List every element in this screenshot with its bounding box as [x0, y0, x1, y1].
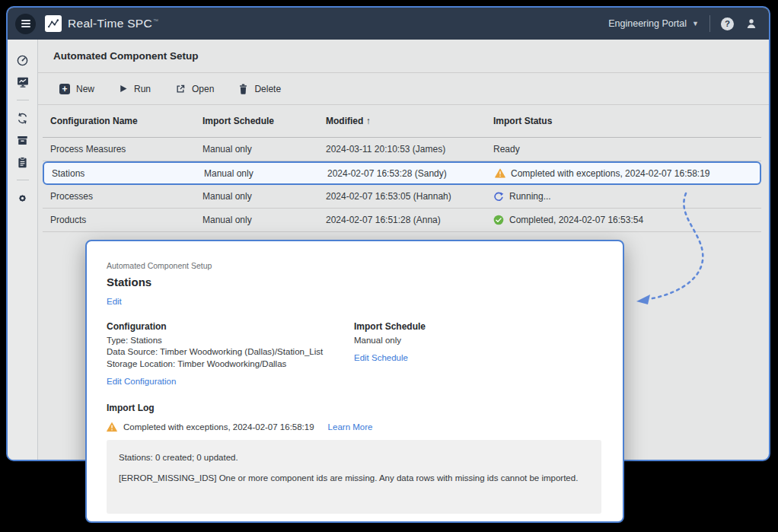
config-name: Process Measures: [50, 144, 126, 155]
configuration-heading: Configuration: [107, 321, 354, 332]
config-name: Stations: [52, 168, 84, 179]
warning-icon: [107, 422, 117, 432]
app-title: Real-Time SPC™: [68, 17, 158, 30]
user-icon[interactable]: [745, 17, 758, 30]
config-name: Processes: [50, 191, 93, 202]
configuration-type: Type: Stations: [107, 335, 354, 346]
modified: 2024-02-07 16:51:28 (Anna): [326, 215, 441, 225]
page-title: Automated Component Setup: [53, 50, 199, 62]
configuration-storage-location: Storage Location: Timber Woodworking/Dal…: [107, 358, 354, 369]
sync-icon[interactable]: [16, 111, 30, 125]
completed-icon: [493, 215, 504, 225]
import-log-status-row: Completed with exceptions, 2024-02-07 16…: [107, 422, 601, 432]
sidebar-divider: [17, 180, 29, 180]
running-icon: [493, 191, 504, 202]
import-schedule: Manual only: [204, 168, 253, 179]
detail-panel: Automated Component Setup Stations Edit …: [85, 240, 624, 523]
column-header-configuration-name[interactable]: Configuration Name: [50, 116, 138, 126]
edit-schedule-link[interactable]: Edit Schedule: [354, 353, 426, 362]
run-button[interactable]: Run: [119, 84, 151, 94]
import-schedule: Manual only: [202, 191, 252, 202]
column-header-modified[interactable]: Modified ↑: [326, 116, 371, 126]
edit-configuration-link[interactable]: Edit Configuration: [107, 377, 354, 386]
log-line: Stations: 0 created; 0 updated.: [119, 453, 589, 462]
hamburger-menu-icon[interactable]: [15, 14, 36, 34]
configurations-table: Configuration Name Import Schedule Modif…: [38, 105, 769, 232]
configuration-data-source: Data Source: Timber Woodworking (Dallas)…: [107, 346, 354, 357]
modified: 2024-02-07 16:53:05 (Hannah): [326, 191, 451, 202]
screenshot-stage: Real-Time SPC™ Engineering Portal ▼ ?: [0, 0, 778, 532]
configuration-section: Configuration Type: Stations Data Source…: [107, 321, 354, 386]
gear-icon[interactable]: [16, 191, 30, 205]
import-log-output: Stations: 0 created; 0 updated. [ERROR_M…: [107, 440, 601, 514]
log-line: [ERROR_MISSING_IDS] One or more componen…: [119, 473, 589, 483]
warning-icon: [495, 168, 505, 179]
clipboard-icon[interactable]: [16, 155, 30, 169]
learn-more-link[interactable]: Learn More: [328, 422, 373, 432]
new-button[interactable]: + New: [59, 84, 94, 94]
import-status: Running...: [493, 191, 551, 202]
column-header-import-schedule[interactable]: Import Schedule: [202, 116, 274, 126]
table-header-row: Configuration Name Import Schedule Modif…: [43, 105, 761, 138]
import-schedule-section: Import Schedule Manual only Edit Schedul…: [354, 321, 426, 386]
import-schedule: Manual only: [202, 215, 252, 225]
open-button[interactable]: Open: [175, 84, 214, 94]
import-schedule-heading: Import Schedule: [354, 321, 426, 332]
spc-chart-logo: [45, 15, 62, 32]
archive-icon[interactable]: [16, 133, 30, 147]
modified: 2024-03-11 20:10:53 (James): [326, 144, 445, 155]
import-status: Ready: [493, 144, 520, 155]
import-schedule-value: Manual only: [354, 335, 426, 346]
left-sidebar: [8, 40, 38, 460]
modified: 2024-02-07 16:53:28 (Sandy): [327, 168, 447, 179]
column-header-import-status[interactable]: Import Status: [493, 116, 552, 126]
monitor-chart-icon[interactable]: [16, 75, 30, 89]
open-external-icon: [175, 84, 186, 94]
import-status: Completed with exceptions, 2024-02-07 16…: [495, 168, 710, 179]
table-row-selected[interactable]: Stations Manual only 2024-02-07 16:53:28…: [43, 161, 761, 185]
panel-breadcrumb: Automated Component Setup: [107, 261, 601, 270]
toolbar: + New Run Open: [38, 73, 769, 105]
import-status: Completed, 2024-02-07 16:53:54: [493, 215, 643, 225]
table-row[interactable]: Processes Manual only 2024-02-07 16:53:0…: [43, 185, 761, 209]
import-log-heading: Import Log: [107, 403, 601, 413]
trash-icon: [238, 84, 248, 94]
top-header-bar: Real-Time SPC™ Engineering Portal ▼ ?: [8, 8, 769, 40]
delete-button[interactable]: Delete: [238, 84, 281, 94]
gauge-icon[interactable]: [16, 53, 30, 67]
plus-icon: +: [59, 84, 70, 94]
table-row[interactable]: Products Manual only 2024-02-07 16:51:28…: [43, 209, 761, 232]
trademark: ™: [153, 18, 158, 24]
edit-link[interactable]: Edit: [107, 297, 601, 306]
play-icon: [119, 84, 128, 94]
help-icon[interactable]: ?: [721, 18, 734, 30]
header-divider: [709, 15, 710, 32]
config-name: Products: [50, 215, 86, 225]
sidebar-divider: [17, 100, 29, 100]
import-log-status-text: Completed with exceptions, 2024-02-07 16…: [123, 422, 314, 432]
table-row[interactable]: Process Measures Manual only 2024-03-11 …: [43, 138, 761, 161]
import-schedule: Manual only: [202, 144, 252, 155]
portal-selector[interactable]: Engineering Portal ▼: [608, 18, 699, 29]
chevron-down-icon: ▼: [692, 20, 699, 27]
sort-ascending-icon: ↑: [366, 116, 371, 126]
panel-title: Stations: [107, 276, 601, 288]
